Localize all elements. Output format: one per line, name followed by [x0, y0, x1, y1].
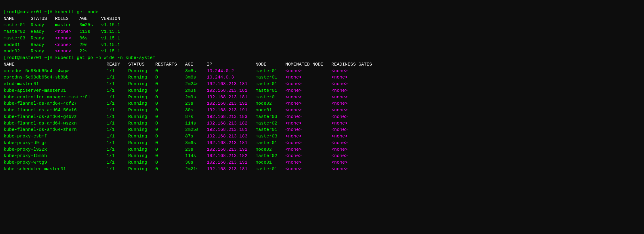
pod-proxy-csbmf: kube-proxy-csbmf 1/1 Running 0 87s 192.1…	[4, 134, 348, 139]
pod-flannel-g46vz: kube-flannel-ds-amd64-g46vz 1/1 Running …	[4, 114, 348, 119]
node-master01: master01 Ready master 3m25s v1.15.1	[4, 23, 120, 28]
pod-coredns-r4wgw: coredns-5c98db65d4-r4wgw 1/1 Running 0 3…	[4, 69, 348, 74]
pod-flannel-zh9rn: kube-flannel-ds-amd64-zh9rn 1/1 Running …	[4, 127, 348, 132]
node-node01: node01 Ready <none> 29s v1.15.1	[4, 42, 120, 48]
pod-etcd-master01: etcd-master01 1/1 Running 0 2m24s 192.16…	[4, 82, 348, 87]
pod-proxy-wrtg9: kube-proxy-wrtg9 1/1 Running 0 30s 192.1…	[4, 160, 348, 165]
pod-proxy-d9fgz: kube-proxy-d9fgz 1/1 Running 0 3m6s 192.…	[4, 140, 348, 146]
pod-proxy-l922x: kube-proxy-l922x 1/1 Running 0 23s 192.1…	[4, 147, 348, 152]
pod-kube-controller-manager: kube-controller-manager-master01 1/1 Run…	[4, 95, 348, 100]
pod-coredns-sb8bb: coredns-5c98db65d4-sb8bb 1/1 Running 0 3…	[4, 75, 348, 80]
node-master02: master02 Ready <none> 113s v1.15.1	[4, 29, 120, 34]
command-line-1: [root@master01 ~]# kubectl get node	[4, 10, 98, 15]
pod-header: NAME READY STATUS RESTARTS AGE IP NODE N…	[4, 62, 372, 67]
pod-kube-apiserver: kube-apiserver-master01 1/1 Running 0 2m…	[4, 88, 348, 93]
node-node02: node02 Ready <none> 22s v1.15.1	[4, 49, 120, 54]
pod-scheduler: kube-scheduler-master01 1/1 Running 0 2m…	[4, 167, 348, 172]
node-header: NAME STATUS ROLES AGE VERSION	[4, 16, 120, 21]
pod-flannel-wszxn: kube-flannel-ds-amd64-wszxn 1/1 Running …	[4, 121, 348, 126]
terminal: [root@master01 ~]# kubectl get node NAME…	[4, 2, 640, 173]
command-line-2: [root@master01 ~]# kubectl get po -o wid…	[4, 55, 155, 60]
pod-flannel-56vf6: kube-flannel-ds-amd64-56vf6 1/1 Running …	[4, 108, 348, 113]
node-master03: master03 Ready <none> 86s v1.15.1	[4, 36, 120, 41]
pod-flannel-4qf27: kube-flannel-ds-amd64-4qf27 1/1 Running …	[4, 101, 348, 106]
pod-proxy-t5mhh: kube-proxy-t5mhh 1/1 Running 0 114s 192.…	[4, 153, 348, 159]
